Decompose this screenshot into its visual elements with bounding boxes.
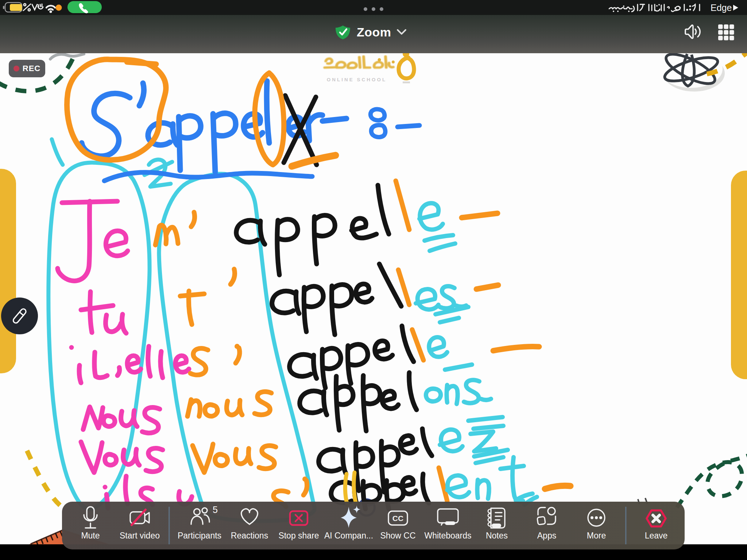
svg-text:Reactions: Reactions [231,531,268,540]
svg-text:ONLINE SCHOOL: ONLINE SCHOOL [327,77,387,82]
svg-text:Show CC: Show CC [380,531,415,540]
svg-text:Leave: Leave [645,531,668,540]
svg-text:Notes: Notes [486,531,508,540]
svg-text:Apps: Apps [537,531,556,540]
svg-text:Edge: Edge [711,3,732,13]
svg-text:CC: CC [392,514,403,522]
svg-text:5: 5 [213,505,218,515]
svg-text:Whiteboards: Whiteboards [424,531,471,540]
svg-text:Mute: Mute [81,531,100,540]
svg-text:Participants: Participants [178,531,221,540]
svg-text:Stop share: Stop share [278,531,319,540]
svg-text:More: More [587,531,606,540]
svg-text:Zoom: Zoom [357,25,391,39]
svg-text:AI Compan...: AI Compan... [324,531,373,540]
svg-text:Start video: Start video [120,531,160,540]
